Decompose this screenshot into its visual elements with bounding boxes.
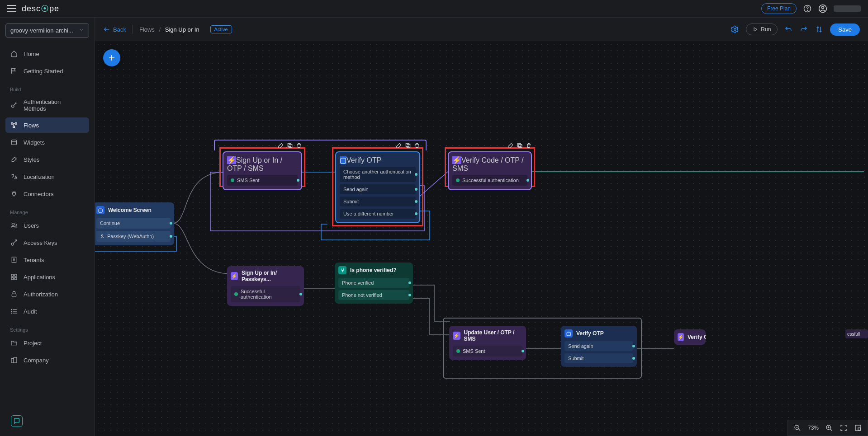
handle-icon[interactable] — [408, 281, 411, 284]
svg-rect-16 — [14, 277, 17, 280]
node-verify-otp-2[interactable]: ▢Verify OTP Send again Submit — [561, 326, 637, 367]
hamburger-icon[interactable] — [7, 4, 16, 13]
handle-icon[interactable] — [522, 350, 524, 352]
node-outcome-success[interactable]: Successful authentication — [452, 175, 527, 186]
node-outcome-not-verified[interactable]: Phone not verified — [338, 290, 409, 300]
sidebar-item-audit[interactable]: Audit — [5, 304, 89, 319]
back-button[interactable]: Back — [103, 26, 126, 33]
node-outcome-verified[interactable]: Phone verified — [338, 278, 409, 288]
handle-icon[interactable] — [415, 188, 417, 191]
delete-icon[interactable] — [526, 142, 532, 149]
add-node-button[interactable]: + — [103, 49, 120, 66]
handle-icon[interactable] — [526, 179, 529, 182]
sidebar-item-flows[interactable]: Flows — [5, 117, 89, 133]
node-outcome-sms-sent[interactable]: SMS Sent — [453, 346, 522, 356]
handle-icon[interactable] — [408, 294, 411, 296]
widgets-icon — [10, 138, 18, 146]
svg-point-22 — [11, 311, 12, 311]
sidebar-item-project[interactable]: Project — [5, 335, 89, 351]
copy-icon[interactable] — [405, 142, 411, 149]
sidebar-item-users[interactable]: Users — [5, 218, 89, 233]
node-verify-cutoff[interactable]: ⚡Verify Co — [674, 329, 706, 345]
handle-icon[interactable] — [297, 179, 299, 182]
zoom-out-icon[interactable] — [793, 424, 802, 432]
node-outcome-success[interactable]: Successful authentication — [231, 286, 300, 302]
undo-icon[interactable] — [784, 25, 793, 34]
edit-icon[interactable] — [278, 142, 284, 149]
copy-icon[interactable] — [517, 142, 523, 149]
node-signup-otp-selection[interactable]: ⚡Sign Up or In / OTP / SMS SMS Sent — [219, 147, 305, 187]
help-icon[interactable] — [803, 4, 812, 13]
node-verify-otp-selection[interactable]: ▢Verify OTP Choose another authenticatio… — [332, 147, 423, 226]
edit-icon[interactable] — [508, 142, 514, 149]
handle-icon[interactable] — [415, 200, 417, 203]
node-title: Verify OTP — [576, 330, 604, 337]
node-outcome-diff-number[interactable]: Use a different number — [340, 209, 416, 219]
sidebar-item-auth-methods[interactable]: Authentication Methods — [5, 95, 89, 116]
chat-icon[interactable] — [11, 415, 23, 427]
sidebar-item-label: Audit — [24, 308, 37, 315]
node-outcome-passkey[interactable]: Passkey (WebAuthn) — [96, 231, 171, 242]
node-outcome-send-again[interactable]: Send again — [564, 341, 633, 351]
node-is-phone-verified[interactable]: ⑂Is phone verified? Phone verified Phone… — [335, 263, 413, 304]
minimap-icon[interactable] — [854, 424, 862, 432]
svg-rect-8 — [12, 140, 17, 145]
node-outcome-choose[interactable]: Choose another authentication method — [340, 167, 416, 182]
node-outcome-send-again[interactable]: Send again — [340, 184, 416, 194]
plug-icon — [10, 190, 18, 198]
node-outcome-sms-sent[interactable]: SMS Sent — [227, 175, 298, 186]
sidebar-item-getting-started[interactable]: Getting Started — [5, 63, 89, 79]
project-selector[interactable]: groovy-vermilion-archi... — [5, 23, 89, 38]
sidebar-item-label: Tenants — [24, 257, 44, 263]
success-dot-icon — [234, 292, 238, 296]
username-obscured — [834, 5, 861, 12]
sidebar-item-label: Getting Started — [24, 68, 63, 75]
node-update-user[interactable]: ⚡Update User / OTP / SMS SMS Sent — [449, 326, 526, 360]
handle-icon[interactable] — [170, 235, 172, 238]
sidebar-item-label: Company — [24, 357, 49, 364]
svg-rect-33 — [406, 143, 409, 146]
free-plan-button[interactable]: Free Plan — [761, 3, 797, 14]
sidebar-item-widgets[interactable]: Widgets — [5, 135, 89, 150]
divider — [133, 25, 133, 34]
sort-icon[interactable] — [815, 25, 824, 34]
sidebar-item-styles[interactable]: Styles — [5, 152, 89, 167]
sidebar-item-access-keys[interactable]: Access Keys — [5, 235, 89, 250]
sidebar-item-connectors[interactable]: Connectors — [5, 186, 89, 202]
node-verify-code-selection[interactable]: ⚡Verify Code / OTP / SMS Successful auth… — [445, 147, 535, 187]
delete-icon[interactable] — [414, 142, 420, 149]
node-outcome-submit[interactable]: Submit — [564, 353, 633, 363]
node-passkeys[interactable]: ⚡Sign Up or In/ Passkeys... Successful a… — [227, 266, 304, 306]
sidebar-item-company[interactable]: Company — [5, 352, 89, 368]
sidebar-item-applications[interactable]: Applications — [5, 269, 89, 285]
node-outcome-continue[interactable]: Continue — [96, 218, 171, 229]
fit-icon[interactable] — [840, 424, 848, 432]
run-button[interactable]: Run — [746, 23, 778, 35]
redo-icon[interactable] — [799, 25, 808, 34]
delete-icon[interactable] — [296, 142, 302, 149]
handle-icon[interactable] — [415, 212, 417, 215]
breadcrumb-flows[interactable]: Flows — [139, 26, 155, 33]
edit-icon[interactable] — [396, 142, 402, 149]
sidebar-item-localization[interactable]: Localization — [5, 169, 89, 184]
node-outcome-submit[interactable]: Submit — [340, 197, 416, 206]
flow-canvas[interactable]: + ▢Welcome Screen Continue Passkey (WebA… — [95, 41, 868, 436]
handle-icon[interactable] — [632, 357, 635, 360]
handle-icon[interactable] — [415, 173, 417, 176]
condition-icon: ⑂ — [338, 266, 346, 274]
home-icon — [10, 50, 18, 58]
sidebar-item-label: Authorization — [24, 291, 58, 298]
sidebar-item-authorization[interactable]: Authorization — [5, 286, 89, 302]
bolt-icon: ⚡ — [231, 272, 238, 280]
handle-icon[interactable] — [170, 222, 172, 225]
copy-icon[interactable] — [287, 142, 293, 149]
user-avatar-icon[interactable] — [818, 4, 827, 13]
settings-icon[interactable] — [730, 25, 740, 34]
handle-icon[interactable] — [632, 345, 635, 347]
sidebar-item-home[interactable]: Home — [5, 46, 89, 61]
node-welcome-screen[interactable]: ▢Welcome Screen Continue Passkey (WebAut… — [95, 202, 174, 245]
handle-icon[interactable] — [299, 293, 302, 295]
save-button[interactable]: Save — [830, 23, 860, 36]
sidebar-item-tenants[interactable]: Tenants — [5, 252, 89, 267]
zoom-in-icon[interactable] — [825, 424, 833, 432]
